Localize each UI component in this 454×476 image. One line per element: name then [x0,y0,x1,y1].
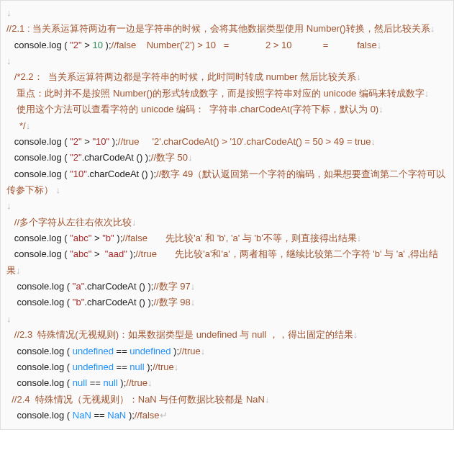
code-indent [6,377,17,388]
code-token: ↓ [6,200,12,211]
code-token: ↓ [6,7,12,18]
code-token: "abc" [70,248,91,259]
code-token: ↓ [174,362,179,372]
code-token: ↓ [371,136,376,147]
code-indent [6,297,17,307]
code-indent [6,329,14,340]
code-line: console.log ( NaN == NaN );//false↵ [6,408,448,423]
code-token: ↵ [160,410,168,421]
code-token: //true '2'.charCodeAt() > '10'.charCodeA… [118,136,371,147]
code-token: ↓ [191,281,196,292]
code-token: ( [64,281,73,292]
code-token: ↓ [132,217,137,228]
code-token: ↓ [191,297,196,307]
code-line: console.log ( "b".charCodeAt () );//数字 9… [6,295,448,310]
code-token: console [14,169,47,179]
code-token: console [14,248,47,259]
code-token: console [17,410,49,421]
code-token: "2" [70,152,81,163]
code-line: ↓ [6,5,448,21]
code-token: ↓ [353,329,358,340]
code-token: ( [62,40,71,50]
code-token: ); [171,346,179,356]
code-line: console.log ( "2".charCodeAt () );//数字 5… [6,150,448,166]
code-token: ↓ [26,120,31,131]
code-token: ↓ [430,23,435,34]
code-token: //数字 50 [151,152,188,163]
code-token: ↓ [188,152,193,163]
code-token: log [52,346,64,356]
code-token: > [82,136,93,147]
code-token: null [130,362,144,372]
code-line: console.log ( "abc" > "aad" );//true 先比较… [6,246,448,279]
code-token: ); [103,40,112,50]
code-token: //数字 98 [153,297,190,307]
code-indent [6,88,17,99]
code-token: ( [62,136,71,147]
code-token: "aad" [105,248,127,259]
code-token: console [14,152,47,163]
code-token: "abc" [70,233,91,243]
code-token: ); [114,233,123,243]
code-indent [6,136,14,147]
code-token: "2" [70,136,81,147]
code-token: log [52,297,64,307]
code-token: //true [153,362,174,372]
code-token: console [14,40,47,50]
code-token: ( [62,248,71,259]
code-line: 重点：此时并不是按照 Number()的形式转成数字，而是按照字符串对应的 un… [6,86,448,102]
code-indent [6,217,14,228]
code-token: console [17,346,49,356]
code-token: //2.3 特殊情况(无视规则)：如果数据类型是 undefined 与 nul… [14,329,353,340]
code-token: ( [64,297,73,307]
code-token: "b" [102,233,114,243]
code-token: ( [62,152,71,163]
code-indent [6,104,17,114]
code-token: == [114,362,130,372]
code-token: //false 先比较'a' 和 'b', 'a' 与 'b'不等，则直接得出结… [122,233,356,243]
code-indent [6,120,19,131]
code-line: console.log ( "2" > 10 );//false Number(… [6,37,448,53]
code-token: NaN [107,410,126,421]
code-token: */ [19,120,26,131]
code-indent [6,233,14,243]
code-indent [6,281,17,292]
code-line: //2.3 特殊情况(无视规则)：如果数据类型是 undefined 与 nul… [6,327,448,343]
code-token: NaN [73,410,91,421]
code-token: log [49,233,61,243]
code-token: //2.1 : 当关系运算符两边有一边是字符串的时候，会将其他数据类型使用 Nu… [6,23,430,34]
code-line: ↓ [6,53,448,69]
code-token: console [14,233,47,243]
code-token: //2.4 特殊情况（无视规则）：NaN 与任何数据比较都是 NaN [12,394,265,405]
code-token: null [103,377,117,388]
code-line: //多个字符从左往右依次比较↓ [6,215,448,230]
code-token: ↓ [6,55,12,66]
code-token: ↓ [201,346,206,356]
code-token: console [17,377,49,388]
code-token: ↓ [53,184,60,195]
code-token: /*2.2： 当关系运算符两边都是字符串的时候，此时同时转成 number 然后… [14,71,356,82]
code-token: log [52,281,64,292]
code-token: "b" [73,297,84,307]
code-line: /*2.2： 当关系运算符两边都是字符串的时候，此时同时转成 number 然后… [6,69,448,85]
code-token: log [49,40,61,50]
code-token: ↓ [265,394,270,405]
code-indent [6,40,14,50]
code-token: log [49,169,61,179]
code-token: console [14,136,47,147]
code-token: //false Number('2') > 10 = 2 > 10 = fals… [112,40,377,50]
code-token: == [114,346,130,356]
code-token: charCodeAt [87,281,137,292]
code-token: log [49,136,61,147]
code-line: //2.1 : 当关系运算符两边有一边是字符串的时候，会将其他数据类型使用 Nu… [6,21,448,37]
code-line: ↓ [6,311,448,327]
code-block: ↓//2.1 : 当关系运算符两边有一边是字符串的时候，会将其他数据类型使用 N… [0,0,454,430]
code-token: ); [145,362,153,372]
code-token: //true [179,346,201,356]
code-token: undefined [73,362,114,372]
code-token: "2" [70,40,81,50]
code-token: ); [118,377,127,388]
code-token: //false [135,410,160,421]
code-token: charCodeAt [90,169,140,179]
code-token: ↓ [357,233,362,243]
